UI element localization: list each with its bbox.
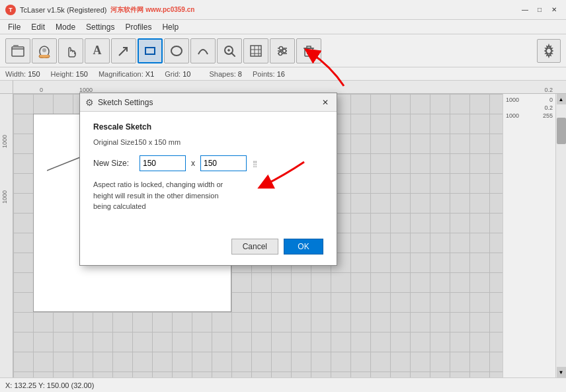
ok-button[interactable]: OK bbox=[284, 239, 323, 255]
dialog-buttons: Cancel OK bbox=[80, 233, 337, 265]
original-size-info: Original Size150 x 150 mm bbox=[93, 138, 323, 146]
aspect-ratio-note: Aspect ratio is locked, changing width o… bbox=[93, 179, 225, 212]
new-size-row: New Size: x ⣿ bbox=[93, 155, 323, 171]
new-size-label: New Size: bbox=[93, 159, 140, 168]
dialog-content: Rescale Sketch Original Size150 x 150 mm… bbox=[80, 112, 337, 233]
new-size-width-input[interactable] bbox=[140, 155, 186, 171]
new-size-height-input[interactable] bbox=[200, 155, 247, 171]
size-separator: x bbox=[191, 159, 195, 168]
resize-handle-icon: ⣿ bbox=[249, 155, 260, 171]
sketch-settings-dialog: ⚙ Sketch Settings ✕ Rescale Sketch Origi… bbox=[79, 93, 337, 266]
cancel-button[interactable]: Cancel bbox=[231, 239, 278, 255]
dialog-titlebar: ⚙ Sketch Settings ✕ bbox=[80, 93, 337, 112]
dialog-close-button[interactable]: ✕ bbox=[319, 97, 331, 108]
dialog-gear-icon: ⚙ bbox=[85, 97, 94, 108]
dialog-section-title: Rescale Sketch bbox=[93, 122, 323, 132]
modal-overlay: ⚙ Sketch Settings ✕ Rescale Sketch Origi… bbox=[0, 0, 566, 392]
dialog-title: Sketch Settings bbox=[98, 98, 153, 107]
